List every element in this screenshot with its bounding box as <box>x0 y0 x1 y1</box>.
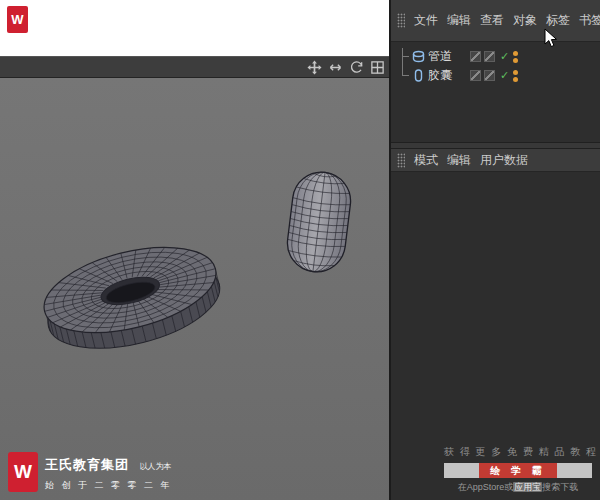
object-list: 管道 ✓ 胶囊 ✓ <box>391 42 600 142</box>
capsule-object-icon <box>411 69 425 83</box>
menu-user-data[interactable]: 用户数据 <box>480 152 528 169</box>
visibility-dots-icon[interactable] <box>513 51 518 63</box>
object-row-tube[interactable]: 管道 ✓ <box>402 47 600 66</box>
editor-visibility-toggle-icon[interactable] <box>470 51 481 62</box>
badge-segment <box>557 463 592 478</box>
render-visibility-toggle-icon[interactable] <box>484 51 495 62</box>
tube-object-icon <box>411 50 425 64</box>
panel-splitter[interactable] <box>391 142 600 149</box>
menu-objects[interactable]: 对象 <box>513 12 537 29</box>
attribute-manager-body: 获 得 更 多 免 费 精 品 教 程 绘 学 霸 在AppStore或应用宝搜… <box>391 172 600 500</box>
yingyongbao-highlight: 应用宝 <box>513 482 542 492</box>
enabled-check-icon[interactable]: ✓ <box>500 69 509 82</box>
menu-edit[interactable]: 编辑 <box>447 152 471 169</box>
viewport-toolbar <box>0 56 389 78</box>
c4d-app-window: W W 王氏教育集团 <box>0 0 600 500</box>
promo-download-suffix: 搜索下载 <box>542 482 578 492</box>
watermark-since: 始 创 于 二 零 零 二 年 <box>45 479 172 492</box>
viewport-canvas[interactable] <box>0 78 389 500</box>
logo-letter: W <box>14 461 32 483</box>
menu-mode[interactable]: 模式 <box>414 152 438 169</box>
menu-edit[interactable]: 编辑 <box>447 12 471 29</box>
huixueba-badge-bar: 绘 学 霸 <box>444 463 592 478</box>
huixueba-badge: 绘 学 霸 <box>479 463 557 478</box>
object-row-capsule[interactable]: 胶囊 ✓ <box>402 66 600 85</box>
tree-line <box>402 56 409 57</box>
panel-grip-icon[interactable] <box>397 153 405 168</box>
viewport-nav-tools <box>306 59 385 75</box>
mouse-cursor <box>544 28 558 49</box>
promo-watermark: 获 得 更 多 免 费 精 品 教 程 绘 学 霸 在AppStore或应用宝搜… <box>444 445 592 494</box>
object-manager-menubar: 文件 编辑 查看 对象 标签 书签 <box>391 0 600 42</box>
menu-file[interactable]: 文件 <box>414 12 438 29</box>
pan-icon[interactable] <box>306 59 322 75</box>
top-banner: W <box>0 0 389 56</box>
zoom-icon[interactable] <box>327 59 343 75</box>
menu-tags[interactable]: 标签 <box>546 12 570 29</box>
visibility-dots-icon[interactable] <box>513 70 518 82</box>
tube-object-wireframe <box>35 232 228 364</box>
panel-grip-icon[interactable] <box>397 13 405 28</box>
attribute-manager-menubar: 模式 编辑 用户数据 <box>391 149 600 172</box>
3d-viewport[interactable]: W 王氏教育集团 以人为本 始 创 于 二 零 零 二 年 <box>0 78 389 500</box>
tree-line <box>402 48 403 76</box>
editor-visibility-toggle-icon[interactable] <box>470 70 481 81</box>
wangshi-logo-small: W <box>7 6 28 33</box>
badge-segment <box>444 463 479 478</box>
wangshi-logo: W <box>8 452 38 492</box>
menu-bookmarks[interactable]: 书签 <box>579 12 600 29</box>
watermark-text: 王氏教育集团 以人为本 始 创 于 二 零 零 二 年 <box>45 452 172 492</box>
capsule-object-wireframe <box>284 169 354 275</box>
enabled-check-icon[interactable]: ✓ <box>500 50 509 63</box>
wangshi-watermark: W 王氏教育集团 以人为本 始 创 于 二 零 零 二 年 <box>8 452 172 492</box>
menu-view[interactable]: 查看 <box>480 12 504 29</box>
watermark-slogan: 以人为本 <box>139 462 171 471</box>
object-name[interactable]: 胶囊 <box>428 67 470 84</box>
rotate-icon[interactable] <box>348 59 364 75</box>
maximize-view-icon[interactable] <box>369 59 385 75</box>
promo-download-text: 在AppStore或应用宝搜索下载 <box>444 481 592 494</box>
promo-text: 获 得 更 多 免 费 精 品 教 程 <box>444 445 592 459</box>
tree-line <box>402 75 409 76</box>
watermark-title: 王氏教育集团 <box>45 457 129 472</box>
render-visibility-toggle-icon[interactable] <box>484 70 495 81</box>
object-name[interactable]: 管道 <box>428 48 470 65</box>
promo-download-prefix: 在AppStore或 <box>458 482 514 492</box>
right-panel: 文件 编辑 查看 对象 标签 书签 管道 ✓ <box>389 0 600 500</box>
logo-letter: W <box>11 12 23 27</box>
